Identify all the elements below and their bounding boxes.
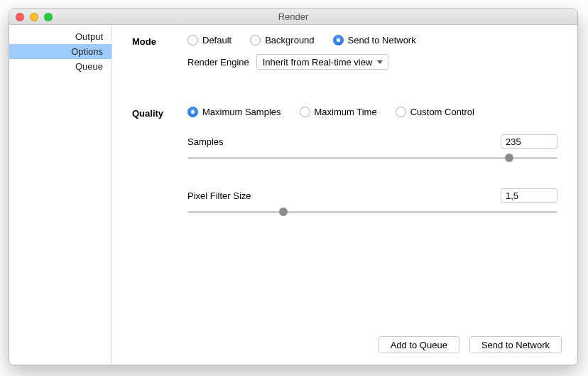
mode-body: Default Background Send to Network Rende… [187,35,557,70]
footer-buttons: Add to Queue Send to Network [379,336,562,353]
quality-radio-max-samples[interactable]: Maximum Samples [187,107,281,117]
pixel-filter-label: Pixel Filter Size [187,190,251,201]
render-window: Render Output Options Queue Mode Default [9,9,578,365]
pixel-filter-slider[interactable] [187,207,557,217]
samples-input[interactable] [501,134,557,149]
samples-slider[interactable] [187,153,557,163]
sidebar: Output Options Queue [9,25,112,365]
radio-icon [187,107,198,117]
radio-label: Default [202,35,232,45]
samples-block: Samples [187,134,557,163]
mode-radio-row: Default Background Send to Network [187,35,557,45]
samples-head: Samples [187,134,557,149]
mode-section: Mode Default Background Send [132,35,557,70]
radio-label: Background [265,35,314,45]
quality-body: Maximum Samples Maximum Time Custom Cont… [187,107,557,217]
slider-rail [187,211,557,213]
sidebar-item-queue[interactable]: Queue [9,59,111,74]
mode-radio-default[interactable]: Default [187,35,232,45]
render-engine-label: Render Engine [187,57,249,68]
pixel-filter-input[interactable] [501,188,557,203]
mode-radio-background[interactable]: Background [250,35,314,45]
sidebar-item-output[interactable]: Output [9,29,111,44]
quality-radio-row: Maximum Samples Maximum Time Custom Cont… [187,107,557,117]
send-to-network-button[interactable]: Send to Network [469,336,562,353]
sidebar-item-options[interactable]: Options [9,44,111,59]
quality-section: Quality Maximum Samples Maximum Time [132,107,557,217]
slider-thumb[interactable] [279,208,288,216]
radio-icon [250,35,261,45]
render-engine-select[interactable]: Inherit from Real-time view [256,54,389,70]
radio-icon [333,35,344,45]
samples-label: Samples [187,136,224,147]
add-to-queue-button[interactable]: Add to Queue [379,336,459,353]
radio-label: Maximum Time [315,107,377,117]
radio-icon [396,107,406,117]
radio-label: Maximum Samples [202,107,281,117]
content-pane: Mode Default Background Send [112,25,577,365]
slider-rail [187,157,557,159]
quality-radio-max-time[interactable]: Maximum Time [300,107,377,117]
mode-heading: Mode [132,35,187,70]
radio-icon [300,107,310,117]
pixel-filter-head: Pixel Filter Size [187,188,557,203]
titlebar: Render [9,9,577,25]
window-body: Output Options Queue Mode Default Bac [9,25,577,365]
window-title: Render [9,11,577,22]
render-engine-value: Inherit from Real-time view [263,57,373,68]
pixel-filter-block: Pixel Filter Size [187,188,557,217]
radio-label: Custom Control [410,107,474,117]
quality-radio-custom-control[interactable]: Custom Control [396,107,474,117]
render-engine-row: Render Engine Inherit from Real-time vie… [187,54,557,70]
quality-heading: Quality [132,107,187,217]
radio-icon [187,35,198,45]
slider-thumb[interactable] [505,154,513,162]
radio-label: Send to Network [348,35,416,45]
mode-radio-send-to-network[interactable]: Send to Network [333,35,416,45]
